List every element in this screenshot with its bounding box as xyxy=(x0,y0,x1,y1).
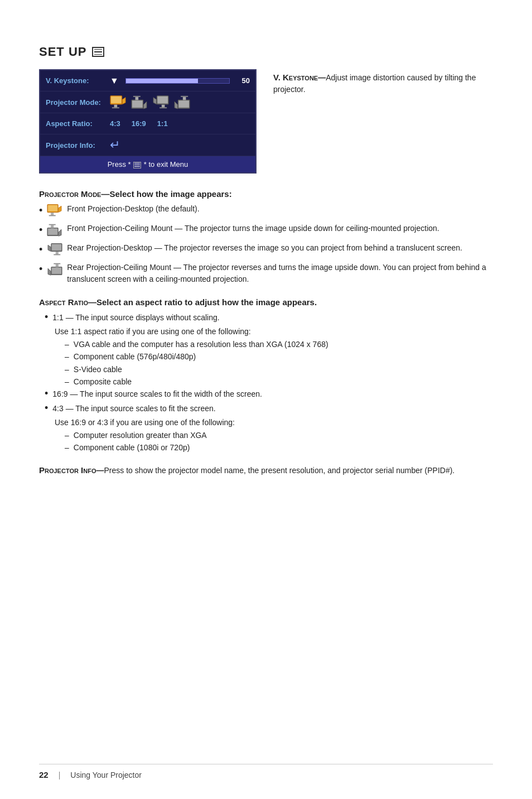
bullet-3: • xyxy=(39,244,42,254)
sub-computer-res: Computer resolution greater than XGA xyxy=(65,429,493,441)
mode-item-rear-ceiling: • Rear Projection-Ceiling Mount — The pr… xyxy=(39,262,493,285)
svg-rect-6 xyxy=(132,100,143,107)
aspect-16-9-items: 16:9 — The input source scales to fit th… xyxy=(45,388,493,415)
rear-desktop-bullet-icon xyxy=(47,243,62,256)
projector-info-heading-text: Projector Info xyxy=(39,465,96,475)
footer-separator: | xyxy=(59,771,61,779)
svg-rect-21 xyxy=(48,205,57,211)
sub-composite: Composite cable xyxy=(65,376,493,388)
svg-rect-16 xyxy=(178,100,189,107)
projector-info-label: Projector Info: xyxy=(46,141,110,150)
sub-component-1: Component cable (576p/480i/480p) xyxy=(65,350,493,363)
svg-rect-39 xyxy=(54,263,61,264)
svg-rect-11 xyxy=(157,97,168,103)
aspect-4-3: 4:3 xyxy=(110,119,120,128)
exit-asterisk: * xyxy=(128,160,131,169)
page-content: SET UP V. Keystone: ▼ 50 xyxy=(0,0,532,511)
menu-icon-line2 xyxy=(94,51,102,52)
keystone-bar xyxy=(125,78,230,84)
exit-text-before: Press xyxy=(108,160,128,169)
mode-front-desktop-text: Front Projection-Desktop (the default). xyxy=(67,203,493,215)
menu-icon xyxy=(92,47,104,57)
info-arrow-icon: ↵ xyxy=(110,138,120,152)
aspect-ratio-section: Aspect Ratio—Select an aspect ratio to a… xyxy=(39,297,493,454)
menu-icon-line3 xyxy=(94,54,102,55)
aspect-4-3-item: 4:3 — The input source scales to fit the… xyxy=(45,402,493,415)
osd-container: V. Keystone: ▼ 50 Projector Mode: xyxy=(39,69,493,174)
v-keystone-description: V. Keystone—Adjust image distortion caus… xyxy=(273,71,493,95)
setup-heading: SET UP xyxy=(39,45,493,59)
svg-rect-36 xyxy=(52,267,61,273)
projector-mode-section-heading: Projector Mode—Select how the image appe… xyxy=(39,189,493,199)
svg-rect-33 xyxy=(56,252,59,254)
aspect-4-3-sublist: Computer resolution greater than XGA Com… xyxy=(65,429,493,454)
bullet-1: • xyxy=(39,205,42,215)
keystone-row: V. Keystone: ▼ 50 xyxy=(40,70,255,92)
svg-marker-37 xyxy=(48,268,51,275)
keystone-bar-fill xyxy=(126,79,199,83)
svg-rect-3 xyxy=(114,105,118,108)
aspect-ratio-row: Aspect Ratio: 4:3 16:9 1:1 xyxy=(40,113,255,134)
svg-rect-31 xyxy=(52,244,61,251)
svg-marker-22 xyxy=(59,206,61,212)
svg-rect-18 xyxy=(183,97,186,100)
mode-rear-ceiling-text: Rear Projection-Ceiling Mount — The proj… xyxy=(67,262,493,285)
projector-mode-row: Projector Mode: xyxy=(40,92,255,113)
mode-item-rear-desktop: • Rear Projection-Desktop — The projecto… xyxy=(39,242,493,256)
footer: 22 | Using Your Projector xyxy=(39,764,493,779)
svg-rect-26 xyxy=(48,228,57,234)
svg-marker-12 xyxy=(153,98,157,104)
front-ceiling-bullet-icon xyxy=(47,223,62,237)
keystone-value: ▼ 50 xyxy=(110,76,250,86)
front-desktop-icon xyxy=(110,95,127,109)
mode-front-ceiling-text: Front Projection-Ceiling Mount — The pro… xyxy=(67,223,493,234)
svg-rect-19 xyxy=(181,96,188,97)
keystone-label: V. Keystone: xyxy=(46,76,110,85)
aspect-ratio-section-heading: Aspect Ratio—Select an aspect ratio to a… xyxy=(39,297,493,307)
menu-icon-line1 xyxy=(94,49,102,50)
aspect-16-9-text: 16:9 — The input source scales to fit th… xyxy=(52,388,262,400)
aspect-ratio-heading-text: Aspect Ratio xyxy=(39,297,88,307)
aspect-1-1-item: 1:1 — The input source displays without … xyxy=(45,311,493,324)
projector-mode-heading-text: Projector Mode xyxy=(39,189,101,199)
svg-rect-8 xyxy=(136,97,139,100)
osd-menu: V. Keystone: ▼ 50 Projector Mode: xyxy=(39,69,257,174)
projector-mode-icons xyxy=(110,95,250,109)
rear-desktop-icon xyxy=(152,95,169,109)
footer-text: Using Your Projector xyxy=(70,771,142,779)
front-ceiling-icon xyxy=(131,95,148,109)
aspect-16-9: 16:9 xyxy=(132,119,146,128)
exit-text-after: to exit Menu xyxy=(149,160,188,169)
keystone-arrow-icon: ▼ xyxy=(110,76,119,86)
svg-rect-29 xyxy=(49,224,56,225)
projector-mode-list: • Front Projection-Desktop (the default)… xyxy=(39,203,493,285)
svg-rect-28 xyxy=(51,225,54,228)
exit-asterisk2: * xyxy=(144,160,147,169)
svg-rect-1 xyxy=(111,97,122,103)
aspect-1-1-sub: Use 1:1 aspect ratio if you are using on… xyxy=(55,325,493,388)
sub-component-2: Component cable (1080i or 720p) xyxy=(65,441,493,454)
mode-item-front-desktop: • Front Projection-Desktop (the default)… xyxy=(39,203,493,217)
svg-rect-38 xyxy=(56,264,59,267)
front-desktop-bullet-icon xyxy=(47,204,62,217)
projector-info-section: Projector Info—Press to show the project… xyxy=(39,464,493,477)
bullet-2: • xyxy=(39,225,42,235)
svg-rect-13 xyxy=(162,105,165,108)
svg-rect-34 xyxy=(54,254,61,256)
aspect-ratio-label: Aspect Ratio: xyxy=(46,119,110,128)
exit-menu-icon xyxy=(133,162,141,169)
aspect-16-9-item: 16:9 — The input source scales to fit th… xyxy=(45,388,493,400)
svg-marker-17 xyxy=(175,102,178,109)
svg-marker-32 xyxy=(48,245,51,251)
sub-svideo: S-Video cable xyxy=(65,363,493,376)
keystone-number: 50 xyxy=(236,76,250,85)
aspect-4-3-sub: Use 16:9 or 4:3 if you are using one of … xyxy=(55,416,493,454)
setup-title: SET UP xyxy=(39,45,86,59)
svg-marker-27 xyxy=(59,229,61,236)
svg-rect-14 xyxy=(159,107,167,108)
aspect-ratio-options: 4:3 16:9 1:1 xyxy=(110,119,250,128)
svg-rect-24 xyxy=(49,215,56,216)
rear-ceiling-icon xyxy=(173,95,190,109)
projector-info-icon: ↵ xyxy=(110,138,250,152)
mode-rear-desktop-text: Rear Projection-Desktop — The projector … xyxy=(67,242,493,254)
